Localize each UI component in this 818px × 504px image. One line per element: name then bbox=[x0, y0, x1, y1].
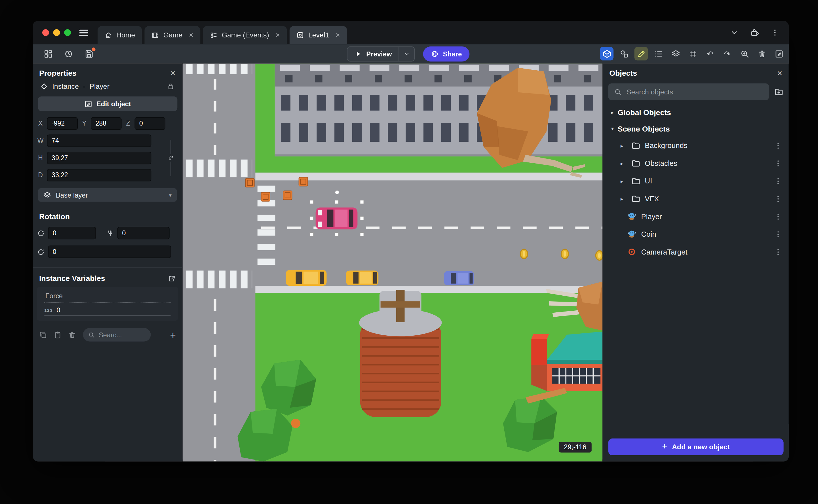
preview-button[interactable]: Preview bbox=[347, 46, 415, 62]
layer-select[interactable]: Base layer ▾ bbox=[38, 188, 177, 202]
folder-menu-icon[interactable] bbox=[774, 141, 783, 150]
tab-home[interactable]: Home bbox=[98, 26, 142, 44]
toolbar-left-icons bbox=[33, 47, 96, 61]
object-camera-target[interactable]: CameraTarget bbox=[603, 243, 789, 261]
tabs-overflow-chevron-icon[interactable] bbox=[730, 28, 739, 37]
object-coin[interactable]: Coin bbox=[603, 225, 789, 243]
variable-value-row: 123 bbox=[44, 306, 170, 315]
depth-input[interactable] bbox=[47, 169, 151, 181]
group-scene-objects[interactable]: ▾ Scene Objects bbox=[603, 120, 789, 137]
height-input[interactable] bbox=[47, 152, 151, 164]
car-blue[interactable] bbox=[444, 271, 474, 285]
variable-name[interactable]: Force bbox=[44, 290, 170, 303]
add-new-object-button[interactable]: + Add a new object bbox=[608, 439, 784, 455]
share-button[interactable]: Share bbox=[423, 46, 470, 62]
tab-level1[interactable]: Level1 ✕ bbox=[289, 26, 347, 44]
close-objects-icon[interactable]: ✕ bbox=[777, 69, 783, 77]
chevron-right-icon[interactable]: ▸ bbox=[617, 160, 627, 166]
player-car-selected[interactable] bbox=[316, 207, 358, 229]
chevron-right-icon[interactable]: ▸ bbox=[617, 178, 627, 184]
object-menu-icon[interactable] bbox=[774, 212, 783, 221]
link-dimensions-icon[interactable] bbox=[167, 154, 175, 162]
close-tab-icon[interactable]: ✕ bbox=[275, 32, 280, 39]
grid-icon[interactable] bbox=[686, 47, 700, 61]
folder-ui[interactable]: ▸ UI bbox=[603, 172, 789, 190]
extensions-icon[interactable] bbox=[750, 28, 759, 37]
fullscreen-window-button[interactable] bbox=[64, 29, 71, 36]
rotation-x-input[interactable] bbox=[48, 227, 96, 239]
add-variable-button[interactable]: + bbox=[170, 330, 175, 340]
object-menu-icon[interactable] bbox=[774, 230, 783, 238]
variables-search[interactable] bbox=[83, 328, 151, 342]
car-yellow-2[interactable] bbox=[346, 271, 378, 285]
paste-icon[interactable] bbox=[54, 331, 62, 339]
chevron-right-icon[interactable]: ▸ bbox=[617, 196, 627, 202]
instance-diamond-icon bbox=[40, 82, 48, 90]
preview-button-main[interactable]: Preview bbox=[347, 50, 399, 58]
car-yellow-1[interactable] bbox=[286, 270, 326, 286]
preview-options-chevron[interactable] bbox=[399, 47, 415, 61]
chevron-right-icon[interactable]: ▸ bbox=[607, 109, 618, 115]
object-menu-icon[interactable] bbox=[774, 247, 783, 256]
undo-icon[interactable]: ↶ bbox=[703, 47, 717, 61]
open-variables-editor-icon[interactable] bbox=[168, 274, 176, 282]
close-window-button[interactable] bbox=[42, 29, 49, 36]
chevron-down-icon[interactable]: ▾ bbox=[607, 126, 618, 131]
folder-backgrounds[interactable]: ▸ Backgrounds bbox=[603, 137, 789, 154]
y-input[interactable] bbox=[91, 117, 122, 130]
tab-game-events[interactable]: Game (Events) ✕ bbox=[203, 26, 287, 44]
edit-scene-properties-icon[interactable] bbox=[772, 47, 786, 61]
lock-icon[interactable] bbox=[167, 82, 175, 90]
objects-search-input[interactable] bbox=[627, 88, 763, 96]
folder-menu-icon[interactable] bbox=[774, 194, 783, 203]
redo-icon[interactable]: ↷ bbox=[720, 47, 734, 61]
main-menu-icon[interactable] bbox=[79, 29, 88, 36]
group-global-objects[interactable]: ▸ Global Objects bbox=[603, 104, 789, 120]
x-input[interactable] bbox=[47, 117, 78, 130]
cursor-coordinates-badge: 29;-116 bbox=[559, 442, 592, 453]
scene-viewport[interactable]: 29;-116 bbox=[183, 63, 603, 461]
zoom-in-icon[interactable] bbox=[738, 47, 751, 61]
search-icon bbox=[88, 331, 95, 338]
edit-object-button[interactable]: Edit object bbox=[38, 96, 177, 111]
apartment-building[interactable] bbox=[275, 63, 603, 156]
tab-label: Game bbox=[163, 31, 183, 39]
more-options-icon[interactable] bbox=[771, 28, 779, 37]
object-player[interactable]: Player bbox=[603, 207, 789, 225]
history-icon[interactable] bbox=[62, 47, 75, 61]
width-input[interactable] bbox=[47, 135, 151, 147]
toggle-3d-view-icon[interactable] bbox=[600, 47, 614, 61]
project-manager-icon[interactable] bbox=[41, 47, 55, 61]
instance-header: Instance - Player bbox=[33, 81, 182, 91]
tab-game[interactable]: Game ✕ bbox=[145, 26, 200, 44]
delete-variable-icon[interactable] bbox=[68, 331, 76, 339]
folder-obstacles[interactable]: ▸ Obstacles bbox=[603, 154, 789, 172]
minimize-window-button[interactable] bbox=[53, 29, 60, 36]
copy-icon[interactable] bbox=[39, 331, 47, 339]
save-icon[interactable] bbox=[82, 47, 96, 61]
rotation-section-title: Rotation bbox=[39, 212, 176, 221]
folder-menu-icon[interactable] bbox=[774, 177, 783, 185]
edit-mode-pencil-icon[interactable] bbox=[635, 47, 648, 61]
variable-value-input[interactable] bbox=[56, 306, 150, 314]
close-tab-icon[interactable]: ✕ bbox=[189, 32, 193, 39]
folder-menu-icon[interactable] bbox=[774, 159, 783, 168]
close-tab-icon[interactable]: ✕ bbox=[335, 32, 340, 39]
rotation-y-input[interactable] bbox=[117, 227, 170, 239]
toolbar-right-icons: ↶ ↷ bbox=[600, 47, 786, 61]
teal-building[interactable] bbox=[531, 332, 603, 391]
layers-icon[interactable] bbox=[669, 47, 682, 61]
rotation-z-input[interactable] bbox=[48, 245, 171, 258]
delete-icon[interactable] bbox=[755, 47, 768, 61]
variables-search-input[interactable] bbox=[99, 331, 146, 339]
objects-mode-icon[interactable] bbox=[617, 47, 631, 61]
scene-canvas[interactable] bbox=[183, 63, 603, 461]
folder-vfx[interactable]: ▸ VFX bbox=[603, 190, 789, 208]
chevron-right-icon[interactable]: ▸ bbox=[617, 143, 627, 148]
z-input[interactable] bbox=[135, 117, 166, 130]
objects-search[interactable] bbox=[608, 83, 769, 100]
add-folder-icon[interactable] bbox=[774, 87, 784, 96]
instances-list-icon[interactable] bbox=[652, 47, 665, 61]
close-properties-icon[interactable]: ✕ bbox=[170, 69, 176, 77]
rotate-y-icon bbox=[106, 229, 114, 237]
